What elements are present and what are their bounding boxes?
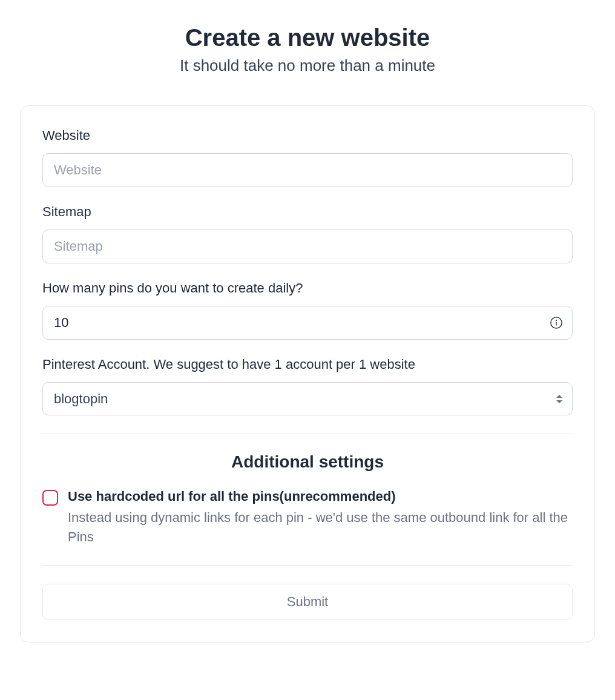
pins-input[interactable] (42, 306, 573, 340)
sitemap-group: Sitemap (42, 204, 573, 263)
info-icon[interactable] (550, 316, 563, 329)
account-group: Pinterest Account. We suggest to have 1 … (42, 357, 573, 415)
additional-settings-heading: Additional settings (42, 452, 573, 472)
website-label: Website (42, 128, 573, 144)
pins-group: How many pins do you want to create dail… (42, 280, 573, 340)
website-input[interactable] (42, 153, 573, 187)
pins-label: How many pins do you want to create dail… (42, 280, 573, 296)
hardcoded-url-row: Use hardcoded url for all the pins(unrec… (42, 489, 573, 547)
form-card: Website Sitemap How many pins do you wan… (20, 105, 595, 642)
sitemap-label: Sitemap (42, 204, 573, 220)
website-group: Website (42, 128, 573, 187)
hardcoded-url-checkbox[interactable] (42, 490, 58, 506)
account-label: Pinterest Account. We suggest to have 1 … (42, 357, 573, 372)
svg-point-2 (556, 320, 557, 320)
submit-button[interactable]: Submit (42, 584, 573, 620)
divider-2 (42, 565, 573, 566)
divider (42, 434, 573, 434)
hardcoded-url-description: Instead using dynamic links for each pin… (68, 510, 568, 544)
hardcoded-url-label: Use hardcoded url for all the pins(unrec… (68, 489, 573, 504)
page-title: Create a new website (20, 24, 595, 51)
page-subtitle: It should take no more than a minute (20, 56, 595, 75)
page-header: Create a new website It should take no m… (20, 24, 595, 75)
sitemap-input[interactable] (42, 229, 573, 263)
account-select[interactable]: blogtopin (42, 382, 573, 415)
